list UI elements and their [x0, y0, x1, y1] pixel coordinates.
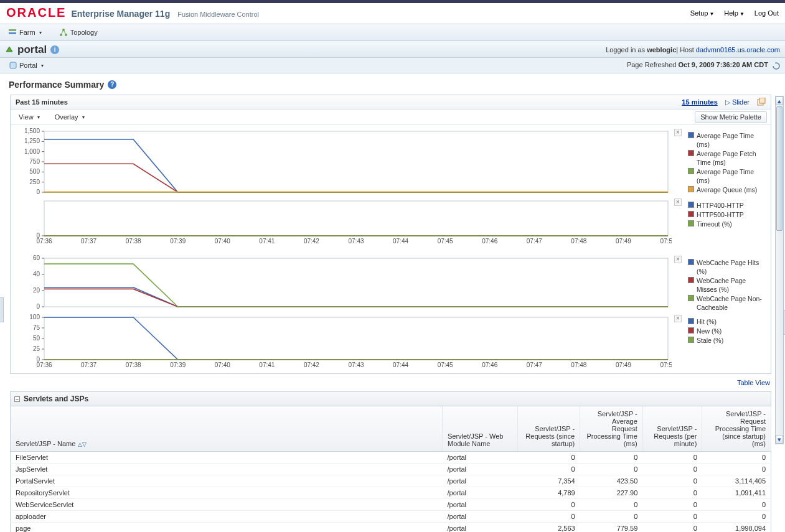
target-type-icon [9, 62, 17, 69]
cell-module: /portal [442, 523, 517, 533]
show-metric-palette-button[interactable]: Show Metric Palette [695, 111, 767, 123]
legend-item[interactable]: WebCache Page Non-Cacheable [688, 294, 767, 312]
cell-requests: 0 [517, 452, 580, 464]
portal-menu[interactable]: Portal ▾ [5, 60, 48, 71]
cell-avg: 0 [580, 452, 643, 464]
legend-item[interactable]: HTTP400-HTTP [688, 201, 767, 210]
cell-name: PortalServlet [11, 475, 443, 487]
legend-item[interactable]: Timeout (%) [688, 220, 767, 228]
legend-item[interactable]: Average Page Time (ms) [688, 167, 767, 185]
legend-item[interactable]: Average Page Fetch Time (ms) [688, 149, 767, 167]
table-row[interactable]: RepositoryServlet/portal4,789227.9001,09… [11, 487, 771, 499]
cell-total: 0 [702, 511, 771, 523]
legend-item[interactable]: WebCache Page Misses (%) [688, 276, 767, 294]
svg-text:75: 75 [33, 324, 40, 331]
vertical-scrollbar[interactable]: ▴ ▾ [775, 96, 784, 444]
cell-avg: 423.50 [580, 475, 643, 487]
topology-button[interactable]: Topology [55, 26, 102, 39]
cell-requests: 0 [517, 464, 580, 475]
svg-text:07:39: 07:39 [170, 362, 186, 368]
legend-swatch [688, 295, 694, 301]
legend-label: Timeout (%) [697, 220, 732, 228]
scroll-thumb[interactable] [776, 106, 783, 231]
svg-text:20: 20 [33, 287, 40, 294]
view-menu[interactable]: View▾ [14, 111, 44, 123]
table-row[interactable]: page/portal2,563779.5901,998,094 [11, 523, 771, 533]
legend-item[interactable]: Average Queue (ms) [688, 185, 767, 194]
legend-item[interactable]: Stale (%) [688, 336, 767, 345]
svg-text:07:37: 07:37 [81, 238, 96, 245]
scroll-up-icon[interactable]: ▴ [776, 96, 783, 105]
chart-toolbar: View▾ Overlay▾ Show Metric Palette [11, 110, 771, 125]
col-permin[interactable]: Servlet/JSP - Requests (per minute) [642, 406, 702, 452]
cell-requests: 0 [517, 511, 580, 523]
col-requests[interactable]: Servlet/JSP - Requests (since startup) [517, 406, 580, 452]
table-row[interactable]: FileServlet/portal0000 [11, 452, 771, 464]
cell-avg: 227.90 [580, 487, 643, 499]
help-icon[interactable]: ? [108, 80, 116, 89]
table-row[interactable]: PortalServlet/portal7,354423.5003,114,40… [11, 475, 771, 487]
cell-permin: 0 [642, 523, 702, 533]
table-row[interactable]: WebServiceServlet/portal0000 [11, 499, 771, 511]
svg-text:07:42: 07:42 [304, 362, 319, 368]
chart-legend: Hit (%)New (%)Stale (%) [684, 314, 769, 371]
legend-label: Average Page Fetch Time (ms) [697, 149, 767, 167]
caret-down-icon: ▾ [40, 63, 44, 68]
legend-swatch [688, 186, 694, 192]
cell-permin: 0 [642, 452, 702, 464]
table-view-link[interactable]: Table View [737, 379, 770, 386]
info-icon[interactable]: i [50, 45, 59, 54]
logout-link[interactable]: Log Out [754, 9, 779, 17]
svg-text:07:36: 07:36 [36, 362, 52, 368]
slider-toggle[interactable]: ▷ Slider [725, 98, 750, 106]
product-subtitle: Fusion Middleware Control [175, 11, 259, 18]
col-total[interactable]: Servlet/JSP - Request Processing Time (s… [702, 406, 771, 452]
svg-text:100: 100 [29, 314, 40, 320]
chart-close-icon[interactable]: × [674, 315, 682, 322]
legend-swatch [688, 318, 694, 324]
chart-close-icon[interactable]: × [674, 256, 682, 263]
cell-permin: 0 [642, 511, 702, 523]
refresh-icon[interactable] [773, 62, 780, 70]
svg-rect-8 [44, 131, 668, 192]
legend-item[interactable]: Average Page Time (ms) [688, 131, 767, 149]
legend-item[interactable]: HTTP500-HTTP [688, 210, 767, 219]
legend-item[interactable]: Hit (%) [688, 317, 767, 326]
svg-text:07:42: 07:42 [304, 238, 319, 245]
col-name[interactable]: Servlet/JSP - Name△▽ [11, 406, 443, 452]
line-chart: 02505007501,0001,2501,500 [12, 128, 672, 196]
scroll-down-icon[interactable]: ▾ [776, 435, 783, 444]
svg-text:1,500: 1,500 [24, 128, 40, 134]
collapse-icon[interactable]: – [14, 396, 20, 402]
help-link[interactable]: Help▼ [724, 9, 745, 17]
left-collapse-handle[interactable] [0, 297, 4, 322]
detach-icon[interactable] [757, 98, 766, 106]
legend-label: Average Page Time (ms) [697, 167, 767, 185]
cell-requests: 2,563 [517, 523, 580, 533]
legend-swatch [688, 259, 694, 265]
overlay-menu[interactable]: Overlay▾ [50, 111, 89, 123]
servlets-header[interactable]: – Servlets and JSPs [10, 391, 771, 406]
col-avg[interactable]: Servlet/JSP - Average Request Processing… [580, 406, 643, 452]
target-header: portal i Logged in as weblogic| Host dad… [0, 41, 785, 58]
range-picker[interactable]: 15 minutes [682, 98, 717, 106]
sort-icon[interactable]: △▽ [75, 441, 87, 447]
legend-item[interactable]: New (%) [688, 327, 767, 335]
col-module[interactable]: Servlet/JSP - Web Module Name [442, 406, 517, 452]
farm-menu[interactable]: Farm ▾ [4, 26, 46, 39]
legend-swatch [688, 277, 694, 283]
svg-rect-50 [44, 317, 668, 360]
chart-close-icon[interactable]: × [674, 198, 682, 206]
cell-module: /portal [442, 464, 517, 475]
cell-avg: 0 [580, 464, 643, 475]
svg-text:07:38: 07:38 [126, 238, 141, 245]
table-row[interactable]: apploader/portal0000 [11, 511, 771, 523]
chart-close-icon[interactable]: × [674, 129, 682, 136]
table-row[interactable]: JspServlet/portal0000 [11, 464, 771, 475]
setup-link[interactable]: Setup▼ [690, 9, 715, 17]
chart-legend: WebCache Page Hits (%)WebCache Page Miss… [684, 254, 769, 314]
legend-item[interactable]: WebCache Page Hits (%) [688, 258, 767, 276]
svg-text:07:46: 07:46 [482, 238, 497, 245]
host-link[interactable]: dadvmn0165.us.oracle.com [696, 46, 780, 54]
svg-text:0: 0 [36, 189, 40, 195]
